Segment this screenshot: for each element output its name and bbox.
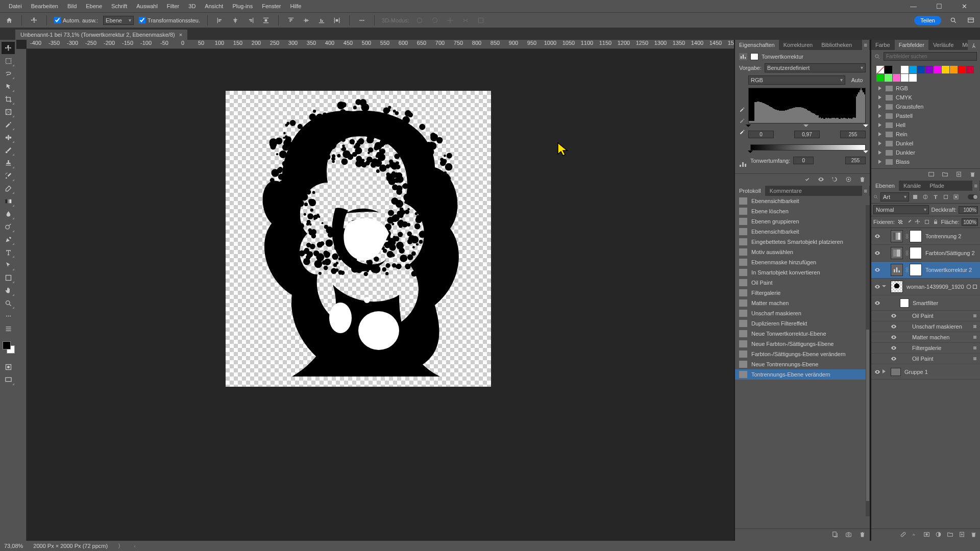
- smartfilter-item[interactable]: Oil Paint: [871, 354, 980, 364]
- brush-tool[interactable]: [2, 144, 15, 156]
- history-item[interactable]: Tontrennungs-Ebene verändern: [735, 369, 870, 380]
- layer-row[interactable]: Gruppe 1: [871, 364, 980, 380]
- tab-kommentare[interactable]: Kommentare: [766, 186, 806, 196]
- history-item[interactable]: Ebene löschen: [735, 206, 870, 216]
- history-item[interactable]: Ebenenmaske hinzufügen: [735, 257, 870, 267]
- input-sliders[interactable]: [748, 126, 866, 131]
- lock-transparency-icon[interactable]: [897, 218, 903, 226]
- menu-bearbeiten[interactable]: Bearbeiten: [27, 3, 63, 9]
- menu-ansicht[interactable]: Ansicht: [200, 3, 228, 9]
- stamp-tool[interactable]: [2, 157, 15, 169]
- type-tool[interactable]: [2, 246, 15, 258]
- reset-icon[interactable]: [831, 176, 838, 184]
- swatch[interactable]: [885, 66, 892, 73]
- channel-select[interactable]: RGB: [748, 76, 845, 85]
- history-item[interactable]: Motiv auswählen: [735, 247, 870, 257]
- filter-pixel-icon[interactable]: [911, 193, 919, 201]
- share-button[interactable]: Teilen: [914, 16, 941, 25]
- tab-kanaele[interactable]: Kanäle: [899, 181, 925, 191]
- swatch[interactable]: [876, 74, 884, 82]
- document-tab-close-icon[interactable]: ×: [179, 32, 182, 38]
- swatch[interactable]: [917, 66, 925, 73]
- pen-tool[interactable]: [2, 233, 15, 245]
- path-select-tool[interactable]: [2, 259, 15, 271]
- black-point-slider[interactable]: [746, 124, 751, 130]
- tab-pfade[interactable]: Pfade: [925, 181, 948, 191]
- swatch-folder[interactable]: Rein: [874, 130, 977, 139]
- swatch[interactable]: [893, 66, 900, 73]
- more-tools-icon[interactable]: [2, 310, 15, 322]
- layer-row[interactable]: Tontrennung 2: [871, 228, 980, 245]
- output-sliders[interactable]: [750, 152, 866, 157]
- menu-ebene[interactable]: Ebene: [81, 3, 107, 9]
- lasso-tool[interactable]: [2, 67, 15, 80]
- distribute-horiz-icon[interactable]: [261, 15, 271, 26]
- snapshot-icon[interactable]: [845, 531, 852, 539]
- menu-hilfe[interactable]: Hilfe: [285, 3, 306, 9]
- move-tool[interactable]: [2, 42, 15, 54]
- history-item[interactable]: Neue Farbton-/Sättigungs-Ebene: [735, 339, 870, 349]
- new-group-icon[interactable]: [947, 531, 953, 539]
- history-menu-icon[interactable]: ≡: [862, 186, 869, 196]
- gradient-tool[interactable]: [2, 195, 15, 207]
- eraser-tool[interactable]: [2, 182, 15, 194]
- smartfilter-item[interactable]: Unscharf maskieren: [871, 321, 980, 332]
- align-vcenter-icon[interactable]: [301, 15, 311, 26]
- history-item[interactable]: Duplizieren Filtereffekt: [735, 318, 870, 329]
- delete-layer-icon[interactable]: [970, 531, 977, 539]
- tab-ebenen[interactable]: Ebenen: [871, 181, 899, 191]
- history-item[interactable]: Ebenen gruppieren: [735, 216, 870, 227]
- marquee-tool[interactable]: [2, 55, 15, 67]
- align-top-icon[interactable]: [286, 15, 296, 26]
- swatch-search-input[interactable]: [884, 52, 977, 61]
- tab-eigenschaften[interactable]: Eigenschaften: [735, 40, 779, 50]
- swatch-folder[interactable]: Dunkler: [874, 148, 977, 157]
- input-black-field[interactable]: 0: [748, 131, 774, 138]
- swatch[interactable]: [958, 66, 966, 73]
- swatch[interactable]: [925, 66, 933, 73]
- filter-smart-icon[interactable]: [952, 193, 960, 201]
- new-swatch-icon[interactable]: [955, 171, 962, 179]
- history-item[interactable]: Eingebettetes Smartobjekt platzieren: [735, 237, 870, 247]
- blur-tool[interactable]: [2, 208, 15, 220]
- layer-style-icon[interactable]: fx: [912, 531, 918, 539]
- zoom-tool[interactable]: [2, 297, 15, 309]
- menu-filter[interactable]: Filter: [162, 3, 184, 9]
- swatch-folder[interactable]: Dunkel: [874, 139, 977, 148]
- workspace-icon[interactable]: [966, 15, 976, 26]
- delete-adjustment-icon[interactable]: [859, 176, 866, 184]
- menu-auswahl[interactable]: Auswahl: [132, 3, 162, 9]
- search-icon[interactable]: [948, 15, 959, 26]
- dodge-tool[interactable]: [2, 220, 15, 233]
- layers-menu-icon[interactable]: ≡: [972, 181, 979, 191]
- filter-type-icon[interactable]: [932, 193, 940, 201]
- delete-swatch-icon[interactable]: [969, 171, 976, 179]
- preset-select[interactable]: Benutzerdefiniert: [765, 63, 866, 72]
- white-point-slider[interactable]: [863, 124, 868, 130]
- document-tab[interactable]: Unbenannt-1 bei 73,1% (Tonwertkorrektur …: [15, 30, 187, 40]
- swatch-folder[interactable]: Hell: [874, 120, 977, 130]
- doc-info[interactable]: 2000 Px × 2000 Px (72 ppcm): [33, 543, 108, 549]
- output-white-field[interactable]: 255: [845, 157, 866, 164]
- window-minimize-icon[interactable]: —: [905, 3, 921, 10]
- tab-bibliotheken[interactable]: Bibliotheken: [817, 40, 856, 50]
- new-document-from-state-icon[interactable]: [831, 531, 838, 539]
- lock-position-icon[interactable]: [915, 218, 921, 226]
- lock-artboard-icon[interactable]: [923, 218, 930, 226]
- menu-plugins[interactable]: Plug-ins: [228, 3, 257, 9]
- layer-row[interactable]: Tonwertkorrektur 2: [871, 262, 980, 279]
- filter-toggle[interactable]: [968, 194, 978, 199]
- canvas-area[interactable]: -400-350-300-250-200-150-100-50050100150…: [16, 40, 734, 541]
- layer-row[interactable]: Farbton/Sättigung 2: [871, 245, 980, 262]
- swatch[interactable]: [885, 74, 892, 82]
- fill-input[interactable]: 100%: [962, 218, 978, 226]
- screenmode-toggle[interactable]: [2, 373, 15, 386]
- foreground-background-colors[interactable]: [2, 340, 15, 354]
- smartfilter-item[interactable]: Oil Paint: [871, 311, 980, 321]
- blend-mode-select[interactable]: Normal: [873, 205, 929, 214]
- swatch[interactable]: [934, 66, 941, 73]
- new-layer-icon[interactable]: [959, 531, 965, 539]
- swatch[interactable]: [901, 66, 909, 73]
- more-align-icon[interactable]: [357, 15, 367, 26]
- clip-to-layer-icon[interactable]: [804, 176, 811, 184]
